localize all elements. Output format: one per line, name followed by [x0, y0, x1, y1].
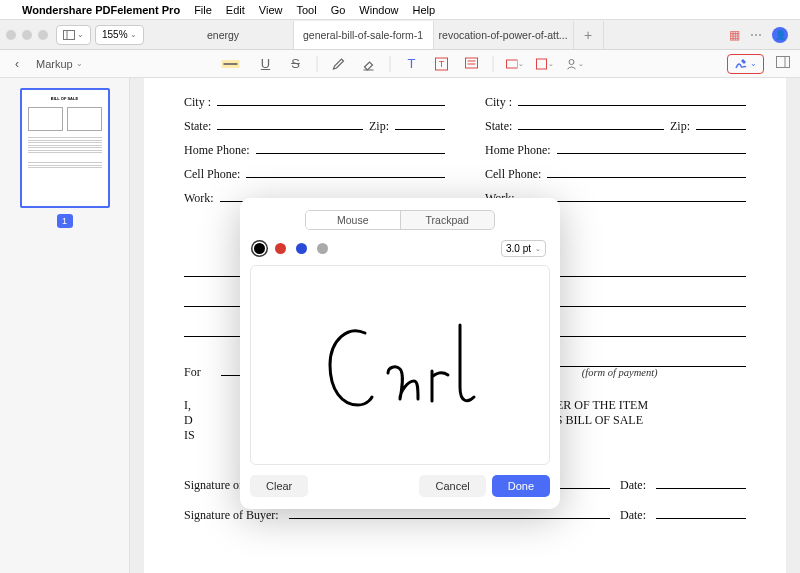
menu-file[interactable]: File — [194, 4, 212, 16]
user-avatar[interactable]: 👤 — [772, 27, 788, 43]
strikethrough-tool[interactable]: S — [287, 55, 305, 73]
color-swatch-gray[interactable] — [317, 243, 328, 254]
panel-toggle-icon[interactable] — [772, 56, 794, 71]
menu-edit[interactable]: Edit — [226, 4, 245, 16]
svg-rect-7 — [466, 58, 478, 68]
menu-view[interactable]: View — [259, 4, 283, 16]
grid-icon[interactable]: ▦ — [729, 28, 740, 42]
segment-mouse[interactable]: Mouse — [306, 211, 401, 229]
markup-toolbar: ‹ Markup ⌄ U S T T ⌄ ⌄ ⌄ ⌄ — [0, 50, 800, 78]
color-swatch-blue[interactable] — [296, 243, 307, 254]
thumbnail-sidebar: BILL OF SALE 1 — [0, 78, 130, 573]
menu-go[interactable]: Go — [331, 4, 346, 16]
sidebar-toggle-button[interactable]: ⌄ — [56, 25, 91, 45]
menu-help[interactable]: Help — [412, 4, 435, 16]
svg-point-12 — [569, 59, 574, 64]
underline-tool[interactable]: U — [257, 55, 275, 73]
signature-tool[interactable]: ⌄ — [727, 54, 764, 74]
text-callout-tool[interactable]: T — [433, 55, 451, 73]
svg-rect-0 — [64, 30, 75, 39]
highlight-tool[interactable] — [217, 55, 245, 73]
signature-dialog: Mouse Trackpad 3.0 pt ⌄ — [240, 198, 560, 509]
stamp-tool[interactable]: ⌄ — [506, 55, 524, 73]
eraser-tool[interactable] — [360, 55, 378, 73]
mac-menubar: Wondershare PDFelement Pro File Edit Vie… — [0, 0, 800, 20]
zoom-level-button[interactable]: 155% ⌄ — [95, 25, 144, 45]
segment-trackpad[interactable]: Trackpad — [401, 211, 495, 229]
done-button[interactable]: Done — [492, 475, 550, 497]
svg-text:T: T — [439, 59, 445, 69]
more-icon[interactable]: ⋯ — [750, 28, 762, 42]
zoom-value: 155% — [102, 29, 128, 40]
stroke-width-select[interactable]: 3.0 pt ⌄ — [501, 240, 546, 257]
textbox-tool[interactable]: T — [403, 55, 421, 73]
clear-button[interactable]: Clear — [250, 475, 308, 497]
app-name[interactable]: Wondershare PDFelement Pro — [22, 4, 180, 16]
tab-energy[interactable]: energy — [154, 21, 294, 49]
cancel-button[interactable]: Cancel — [419, 475, 485, 497]
color-swatch-black[interactable] — [254, 243, 265, 254]
handwritten-signature — [300, 295, 500, 435]
page-number-badge: 1 — [57, 214, 73, 228]
window-controls[interactable] — [6, 30, 56, 40]
svg-rect-13 — [777, 57, 790, 68]
profile-tool[interactable]: ⌄ — [566, 55, 584, 73]
mode-dropdown[interactable]: Markup ⌄ — [30, 56, 89, 72]
tab-bill-of-sale[interactable]: general-bill-of-sale-form-1 — [294, 21, 434, 49]
tab-revocation[interactable]: revocation-of-power-of-att... — [434, 21, 574, 49]
signature-canvas[interactable] — [250, 265, 550, 465]
page-thumbnail-1[interactable]: BILL OF SALE — [20, 88, 110, 208]
svg-rect-10 — [507, 60, 518, 68]
new-tab-button[interactable]: + — [574, 21, 604, 49]
pencil-tool[interactable] — [330, 55, 348, 73]
color-swatch-red[interactable] — [275, 243, 286, 254]
input-mode-segment: Mouse Trackpad — [305, 210, 495, 230]
menu-window[interactable]: Window — [359, 4, 398, 16]
menu-tool[interactable]: Tool — [296, 4, 316, 16]
svg-rect-11 — [537, 59, 547, 69]
back-button[interactable]: ‹ — [6, 54, 28, 74]
window-titlebar: ⌄ 155% ⌄ energy general-bill-of-sale-for… — [0, 20, 800, 50]
shape-tool[interactable]: ⌄ — [536, 55, 554, 73]
note-tool[interactable] — [463, 55, 481, 73]
